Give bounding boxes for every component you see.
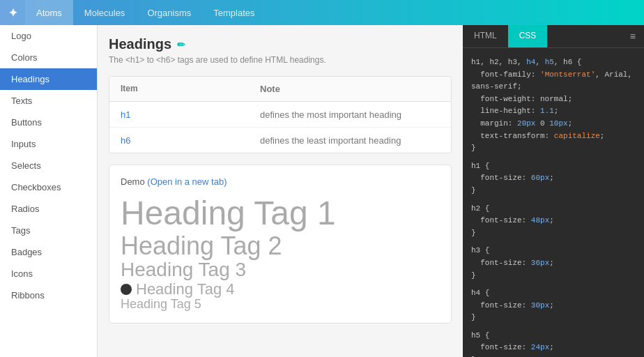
col-header-note: Note [260,84,440,94]
sidebar-item-selects[interactable]: Selects [0,155,97,176]
table-row: h1 defines the most important heading [109,102,451,128]
code-block-h4: h4 { font-size: 30px; } [471,287,636,324]
code-block-h3: h3 { font-size: 36px; } [471,245,636,282]
nav-item-organisms[interactable]: Organisms [136,0,202,25]
nav-logo: ✦ [0,0,25,25]
demo-heading-3: Heading Tag 3 [121,259,440,281]
sidebar-item-logo[interactable]: Logo [0,25,97,47]
code-block-h5: h5 { font-size: 24px; } [471,330,636,357]
content-subtitle: The <h1> to <h6> tags are used to define… [109,55,452,65]
tag-h6: h6 [121,135,260,146]
sidebar-item-icons[interactable]: Icons [0,263,97,284]
edit-icon[interactable]: ✏ [177,39,185,50]
sidebar-item-inputs[interactable]: Inputs [0,133,97,155]
demo-heading-4: Heading Tag 4 [121,281,440,298]
page-title: Headings ✏ [109,36,185,52]
content-area: Headings ✏ The <h1> to <h6> tags are use… [98,25,463,357]
sidebar-item-headings[interactable]: Headings [0,68,97,90]
table-row: h6 defines the least important heading [109,128,451,153]
demo-header: Demo (Open in a new tab) [121,176,440,187]
sidebar: Logo Colors Headings Texts Buttons Input… [0,25,98,357]
demo-heading-5: Heading Tag 5 [121,298,440,312]
code-block-h1: h1 { font-size: 60px; } [471,160,636,197]
code-block-all: h1, h2, h3, h4, h5, h6 { font-family: 'M… [471,56,636,155]
code-menu-icon[interactable]: ≡ [622,25,644,47]
col-header-item: Item [121,84,260,94]
sidebar-item-buttons[interactable]: Buttons [0,112,97,133]
sidebar-item-radios[interactable]: Radios [0,198,97,220]
tab-html[interactable]: HTML [463,25,508,47]
sidebar-item-texts[interactable]: Texts [0,90,97,112]
content-header: Headings ✏ [109,36,452,52]
demo-heading-2: Heading Tag 2 [121,232,440,260]
demo-section: Demo (Open in a new tab) Heading Tag 1 H… [109,165,452,324]
sidebar-item-ribbons[interactable]: Ribbons [0,284,97,306]
nav-item-molecules[interactable]: Molecules [73,0,137,25]
note-h1: defines the most important heading [260,109,440,120]
headings-table: Item Note h1 defines the most important … [109,76,452,153]
sidebar-item-colors[interactable]: Colors [0,47,97,68]
sidebar-item-checkboxes[interactable]: Checkboxes [0,176,97,198]
tag-h1: h1 [121,109,260,120]
demo-heading-1: Heading Tag 1 [121,195,440,232]
code-block-h2: h2 { font-size: 48px; } [471,203,636,240]
sidebar-item-tags[interactable]: Tags [0,220,97,241]
top-nav: ✦ Atoms Molecules Organisms Templates [0,0,644,25]
heading4-icon [121,284,132,295]
main-layout: Logo Colors Headings Texts Buttons Input… [0,25,644,357]
code-panel: HTML CSS ≡ h1, h2, h3, h4, h5, h6 { font… [463,25,644,357]
sidebar-item-badges[interactable]: Badges [0,241,97,263]
nav-item-atoms[interactable]: Atoms [25,0,73,25]
demo-open-link[interactable]: (Open in a new tab) [147,176,227,187]
code-tabs: HTML CSS ≡ [463,25,644,48]
table-header: Item Note [109,77,451,102]
code-content: h1, h2, h3, h4, h5, h6 { font-family: 'M… [463,48,644,357]
nav-item-templates[interactable]: Templates [202,0,266,25]
tab-css[interactable]: CSS [508,25,548,47]
note-h6: defines the least important heading [260,135,440,146]
